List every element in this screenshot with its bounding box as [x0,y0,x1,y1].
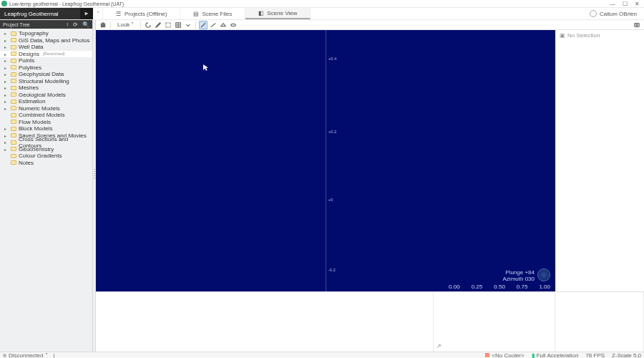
tab-projects[interactable]: ☰ Projects (Offline) [103,8,180,19]
export-icon[interactable]: ↗ [436,343,441,349]
caret-icon: ▸ [4,133,9,138]
rotate-tool-button[interactable] [144,21,152,29]
tree-item-polylines[interactable]: ▸Polylines [0,64,92,72]
folder-icon [11,52,16,56]
tree-item-label: Geophysical Data [19,71,64,77]
folder-icon [11,154,16,158]
scene-viewport[interactable]: +0.4+0.2+0-0.2 Plunge +84 Azimuth 030 0.… [96,30,555,291]
caret-icon: ▸ [4,52,9,57]
tree-item-gis-data-maps-and-photos[interactable]: ▸GIS Data, Maps and Photos [0,37,92,44]
tree-item-topography[interactable]: ▸Topography [0,30,92,37]
select-tool-button[interactable] [164,21,172,29]
acceleration-status[interactable]: ▮Full Acceleration [532,352,579,359]
tree-item-label: Structural Modelling [19,78,69,84]
selection-header: No Selection [567,32,600,39]
tree-item-well-data[interactable]: ▸Well Data [0,44,92,51]
tree-item-label: Geochemistry [19,146,54,153]
files-icon: ▤ [193,11,199,16]
tree-search-icon[interactable]: 🔍 [82,21,89,28]
connection-dropdown[interactable]: ˅ [45,352,48,359]
svg-marker-2 [100,22,106,24]
axis-tick: +0 [328,198,333,202]
separator [195,21,196,29]
tree-item-cross-sections-and-contours[interactable]: ▸Cross Sections and Contours [0,139,92,146]
tree-item-designs[interactable]: ▸Designs[Restricted] [0,51,92,58]
clip-tool-button[interactable] [229,21,238,29]
brand-label: Leapfrog Geothermal [4,11,59,17]
draw-line-button[interactable] [209,21,218,29]
z-scale-control[interactable]: Z-Scale 5.0 [612,352,641,359]
aux-panel[interactable]: ↗ [434,292,555,352]
folder-icon [11,147,16,151]
connection-status[interactable]: Disconnected [9,352,43,359]
axis-tick: -0.2 [328,268,336,272]
tab-scene-files[interactable]: ▤ Scene Files [180,8,245,19]
tree-item-estimation[interactable]: ▸Estimation [0,98,92,105]
svg-point-5 [231,24,235,26]
shape-list-panel[interactable] [96,292,434,352]
window-close-button[interactable]: ✕ [635,1,640,7]
caret-icon: ▸ [4,92,9,97]
caret-icon: ▸ [4,140,9,145]
content-area: Look ˅ +0.4+0.2+0-0.2 Plunge +84 A [96,20,644,352]
restricted-tag: [Restricted] [43,52,64,56]
orientation-readout: Plunge +84 Azimuth 030 [503,269,535,283]
tree-item-structural-modelling[interactable]: ▸Structural Modelling [0,78,92,85]
properties-panel[interactable] [555,292,644,352]
screenshot-button[interactable] [633,21,641,29]
lower-panels: ↗ [96,291,644,352]
scale-ruler: 0.000.250.500.751.00 [449,284,550,290]
folder-icon [11,32,16,36]
grid-tool-button[interactable] [174,21,182,29]
tree-item-points[interactable]: ▸Points [0,57,92,64]
azimuth-value: Azimuth 030 [503,276,535,283]
ribbon-dropdown-button[interactable]: ˅ [93,8,103,19]
cube-icon: ◧ [258,10,264,16]
tree-item-geophysical-data[interactable]: ▸Geophysical Data [0,71,92,78]
status-divider: | [53,352,54,359]
ruler-tick: 0.75 [517,284,528,290]
folder-icon [11,79,16,83]
status-bar: Disconnected ˅ | <No Cooler> ▮Full Accel… [0,352,644,358]
svg-marker-8 [203,64,208,71]
window-minimize-button[interactable]: — [610,1,615,7]
compass-widget[interactable] [537,268,550,281]
caret-icon: ▸ [4,72,9,77]
ribbon: Leapfrog Geothermal ˅ ☰ Projects (Offlin… [0,8,644,20]
tree-item-meshes[interactable]: ▸Meshes [0,84,92,92]
caret-icon: ▸ [4,85,9,90]
brand-menu-button[interactable] [80,8,93,19]
project-tree-sidebar: Project Tree ↑ ⟳ 🔍 ▸Topography▸GIS Data,… [0,20,93,352]
pencil-tool-button[interactable] [154,21,162,29]
tab-scene-view[interactable]: ◧ Scene View [245,8,311,19]
user-account[interactable]: Callum OBrien [590,8,644,19]
stack-icon: ☰ [116,11,122,16]
tree-item-label: Estimation [19,98,45,105]
tree-item-label: Numeric Models [19,105,60,112]
folder-icon [11,38,16,42]
selection-panel: ▣No Selection [555,30,644,291]
project-tree[interactable]: ▸Topography▸GIS Data, Maps and Photos▸We… [0,29,92,352]
cooler-status[interactable]: <No Cooler> [485,352,524,359]
tab-label: Projects (Offline) [125,11,167,17]
tab-label: Scene Files [202,11,232,17]
cooler-icon [485,353,489,357]
user-name: Callum OBrien [600,11,637,17]
grid-dropdown[interactable] [184,21,192,29]
ruler-tool-button[interactable] [199,21,208,29]
window-maximize-button[interactable]: ☐ [623,1,628,7]
tree-item-block-models[interactable]: ▸Block Models [0,125,92,132]
tree-item-notes[interactable]: Notes [0,160,92,167]
brand-bar[interactable]: Leapfrog Geothermal [0,8,93,19]
home-view-button[interactable] [99,21,107,29]
tree-item-combined-models[interactable]: Combined Models [0,112,92,119]
plane-tool-button[interactable] [219,21,228,29]
tree-item-numeric-models[interactable]: ▸Numeric Models [0,105,92,112]
tree-item-geological-models[interactable]: ▸Geological Models [0,92,92,99]
look-dropdown[interactable]: Look ˅ [114,21,137,29]
tree-item-flow-models[interactable]: Flow Models [0,119,92,126]
tree-refresh-icon[interactable]: ⟳ [73,21,78,28]
tree-up-icon[interactable]: ↑ [66,21,69,28]
svg-marker-0 [85,12,89,16]
tree-item-colour-gradients[interactable]: Colour Gradients [0,153,92,160]
